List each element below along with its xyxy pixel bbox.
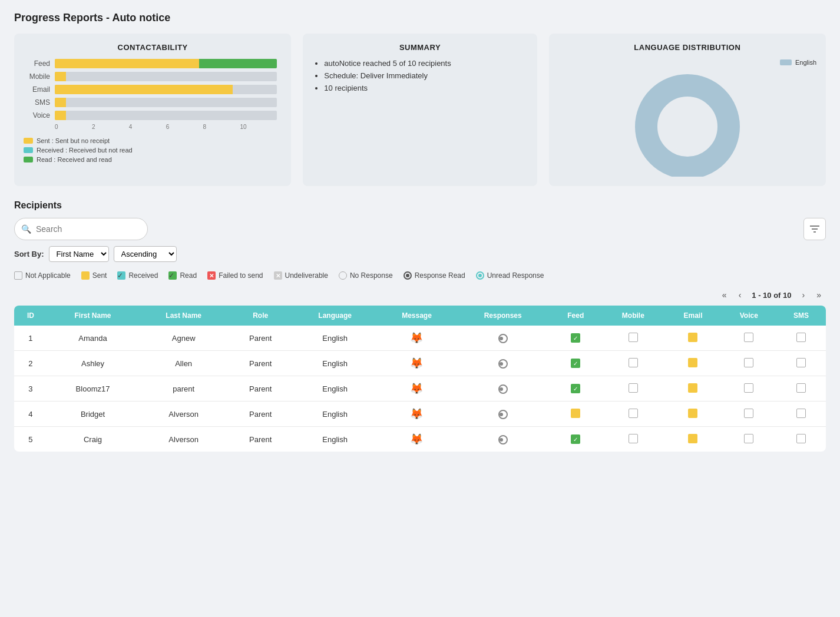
table-row[interactable]: 2AshleyAllenParentEnglish🦊✓ [14, 351, 826, 376]
bar-track [55, 111, 277, 120]
failed-label: Failed to send [219, 271, 263, 280]
failed-icon: ✕ [207, 271, 216, 280]
recipients-table: ID First Name Last Name Role Language Me… [14, 306, 826, 452]
cell-voice [721, 376, 776, 402]
page-info: 1 - 10 of 10 [752, 291, 791, 300]
sort-field-select[interactable]: First Name Last Name ID Role [49, 246, 109, 262]
cell-role: Parent [229, 427, 292, 452]
col-sms: SMS [776, 306, 826, 326]
fox-emoji-cell: 🦊 [410, 357, 423, 369]
bar-label: Voice [28, 111, 55, 120]
axis-label: 8 [203, 124, 240, 130]
col-id: ID [14, 306, 47, 326]
empty-cb-cell [629, 333, 638, 342]
next-page-btn[interactable]: › [798, 288, 810, 302]
fox-emoji-cell: 🦊 [410, 408, 423, 420]
cell-last-name: Alverson [138, 402, 229, 427]
bar-sent-segment [55, 72, 66, 81]
filter-button[interactable] [803, 218, 826, 240]
legend-text: Sent : Sent but no receipt [37, 137, 110, 144]
last-page-btn[interactable]: » [812, 288, 826, 302]
not-applicable-label: Not Applicable [25, 271, 71, 280]
cell-voice [721, 427, 776, 452]
radio-cell [498, 435, 508, 444]
green-check-cell: ✓ [571, 333, 580, 343]
search-icon: 🔍 [21, 224, 31, 234]
fox-emoji-cell: 🦊 [410, 433, 423, 445]
bar-sent-segment [55, 98, 66, 107]
recipients-section: Recipients 🔍 Sort By: First Name Last Na… [14, 200, 826, 452]
table-row[interactable]: 5CraigAlversonParentEnglish🦊✓ [14, 427, 826, 452]
cell-first-name: Craig [47, 427, 138, 452]
fox-emoji-cell: 🦊 [410, 383, 423, 394]
table-row[interactable]: 3Bloomz17parentParentEnglish🦊✓ [14, 376, 826, 402]
cell-responses [456, 376, 550, 402]
cell-sms [776, 351, 826, 376]
legend-received: ✓ Received [117, 271, 158, 280]
prev-page-btn[interactable]: ‹ [734, 288, 746, 302]
cell-language: English [292, 402, 378, 427]
bar-track [55, 85, 277, 94]
col-role: Role [229, 306, 292, 326]
bar-track [55, 98, 277, 107]
col-mobile: Mobile [601, 306, 665, 326]
cell-first-name: Bridget [47, 402, 138, 427]
cell-voice [721, 326, 776, 351]
empty-cb-cell [744, 358, 753, 367]
legend-color-block [24, 147, 33, 153]
col-last-name: Last Name [138, 306, 229, 326]
cell-sms [776, 402, 826, 427]
radio-cell [498, 410, 508, 419]
fox-emoji-cell: 🦊 [410, 332, 423, 344]
cell-message: 🦊 [378, 376, 456, 402]
legend-undeliverable: ✕ Undeliverable [274, 271, 328, 280]
table-row[interactable]: 4BridgetAlversonParentEnglish🦊 [14, 402, 826, 427]
sort-order-select[interactable]: Ascending Descending [114, 246, 177, 262]
empty-cb-cell [629, 434, 638, 443]
legend-failed: ✕ Failed to send [207, 271, 263, 280]
empty-cb-cell [796, 383, 806, 393]
empty-cb-cell [796, 409, 806, 418]
bar-label: Email [28, 85, 55, 94]
axis-label: 6 [166, 124, 203, 130]
green-check-cell: ✓ [571, 359, 580, 368]
response-read-icon [404, 271, 412, 280]
cell-mobile [601, 376, 665, 402]
table-row[interactable]: 1AmandaAgnewParentEnglish🦊✓ [14, 326, 826, 351]
search-input[interactable] [14, 218, 148, 240]
col-feed: Feed [550, 306, 601, 326]
sent-label: Sent [92, 271, 107, 280]
yellow-cell [571, 409, 580, 418]
cell-responses [456, 351, 550, 376]
donut-legend: English [780, 59, 816, 66]
cell-role: Parent [229, 351, 292, 376]
axis-label: 2 [92, 124, 129, 130]
summary-item: 10 recipients [324, 84, 527, 92]
empty-cb-cell [796, 434, 806, 443]
summary-item: Schedule: Deliver Immediately [324, 71, 527, 80]
cell-responses [456, 427, 550, 452]
cell-responses [456, 326, 550, 351]
legend-response-read: Response Read [404, 271, 465, 280]
bar-label: Mobile [28, 72, 55, 81]
donut-legend-label: English [795, 59, 816, 66]
received-label: Received [128, 271, 158, 280]
bar-sent-segment [55, 111, 66, 120]
col-first-name: First Name [47, 306, 138, 326]
read-icon: ✓ [168, 271, 177, 280]
cell-last-name: Alverson [138, 427, 229, 452]
table-body: 1AmandaAgnewParentEnglish🦊✓2AshleyAllenP… [14, 326, 826, 452]
cell-role: Parent [229, 326, 292, 351]
cell-feed: ✓ [550, 351, 601, 376]
svg-point-2 [663, 102, 712, 151]
summary-list: autoNotice reached 5 of 10 recipientsSch… [312, 59, 527, 92]
cell-email [665, 376, 722, 402]
cell-last-name: parent [138, 376, 229, 402]
first-page-btn[interactable]: « [717, 288, 732, 302]
bar-label: SMS [28, 98, 55, 107]
cell-id: 3 [14, 376, 47, 402]
axis-label: 4 [129, 124, 166, 130]
empty-cb-cell [629, 383, 638, 393]
cell-first-name: Ashley [47, 351, 138, 376]
radio-cell [498, 359, 508, 369]
